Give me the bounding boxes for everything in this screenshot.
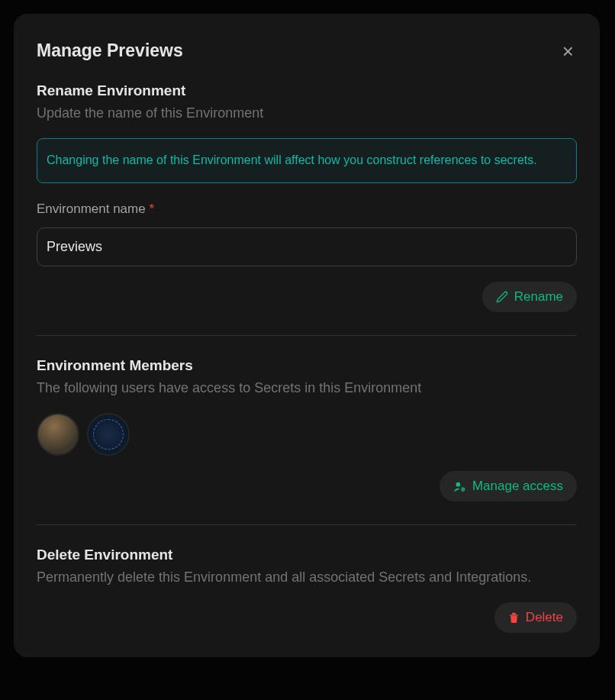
- rename-info-text: Changing the name of this Environment wi…: [47, 151, 567, 170]
- members-section: Environment Members The following users …: [37, 357, 577, 502]
- env-name-input[interactable]: [37, 227, 577, 266]
- delete-section-subtitle: Permanently delete this Environment and …: [37, 568, 577, 587]
- members-section-subtitle: The following users have access to Secre…: [37, 379, 577, 398]
- trash-icon: [508, 611, 520, 624]
- user-gear-icon: [453, 480, 466, 493]
- required-indicator: *: [149, 202, 154, 216]
- modal-header: Manage Previews ×: [37, 40, 577, 61]
- delete-button-label: Delete: [526, 610, 563, 625]
- section-divider: [37, 524, 577, 525]
- section-divider: [37, 335, 577, 336]
- members-button-row: Manage access: [37, 471, 577, 502]
- member-avatar-list: [37, 413, 577, 456]
- delete-section: Delete Environment Permanently delete th…: [37, 547, 577, 633]
- delete-section-title: Delete Environment: [37, 547, 577, 563]
- rename-button[interactable]: Rename: [482, 282, 577, 312]
- modal-title: Manage Previews: [37, 40, 183, 61]
- member-avatar[interactable]: [87, 413, 130, 456]
- members-section-title: Environment Members: [37, 357, 577, 374]
- edit-icon: [496, 291, 508, 303]
- rename-info-callout: Changing the name of this Environment wi…: [37, 138, 577, 183]
- manage-previews-modal: Manage Previews × Rename Environment Upd…: [14, 14, 600, 657]
- delete-button[interactable]: Delete: [494, 602, 577, 633]
- rename-section: Rename Environment Update the name of th…: [37, 82, 577, 312]
- svg-point-0: [456, 482, 460, 487]
- manage-access-button[interactable]: Manage access: [440, 471, 577, 502]
- rename-button-row: Rename: [37, 282, 577, 312]
- env-name-label: Environment name *: [37, 202, 577, 217]
- rename-section-subtitle: Update the name of this Environment: [37, 104, 577, 123]
- svg-point-1: [462, 488, 464, 490]
- rename-button-label: Rename: [514, 289, 563, 305]
- rename-section-title: Rename Environment: [37, 82, 577, 99]
- delete-button-row: Delete: [37, 602, 577, 633]
- close-icon: ×: [562, 40, 574, 63]
- member-avatar[interactable]: [37, 413, 79, 456]
- manage-access-button-label: Manage access: [472, 479, 563, 494]
- env-name-label-text: Environment name: [37, 202, 146, 216]
- close-button[interactable]: ×: [559, 41, 577, 61]
